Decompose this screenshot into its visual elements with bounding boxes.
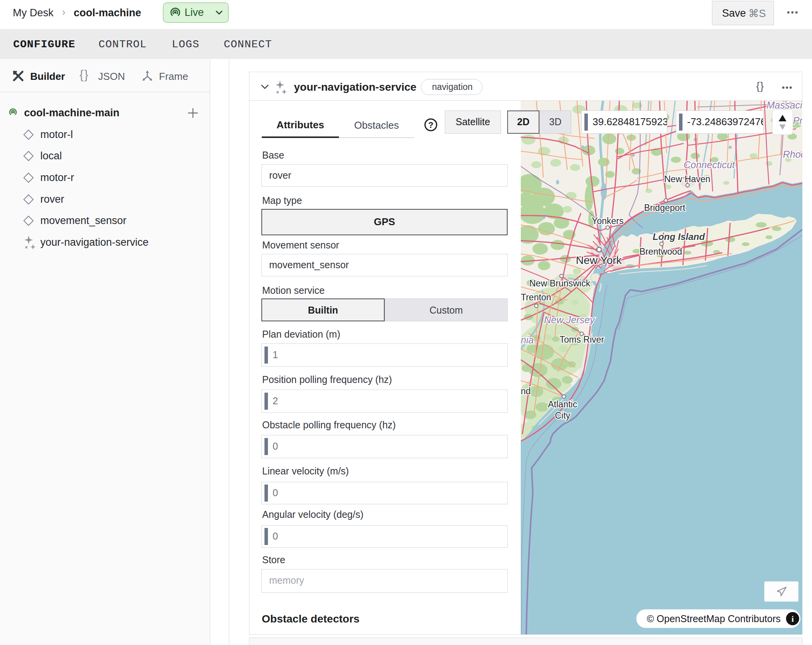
- svg-text:Brentwood: Brentwood: [639, 247, 682, 257]
- svg-text:Connecticut: Connecticut: [684, 159, 735, 170]
- svg-text:Toms River: Toms River: [560, 335, 604, 345]
- svg-text:New Jersey: New Jersey: [544, 314, 595, 325]
- svg-text:New Haven: New Haven: [664, 174, 710, 184]
- svg-text:Pro: Pro: [793, 115, 802, 126]
- svg-text:Long Island: Long Island: [653, 231, 705, 242]
- svg-text:Yonkers: Yonkers: [592, 216, 624, 226]
- svg-text:Rhod: Rhod: [783, 149, 802, 160]
- svg-text:City: City: [555, 410, 570, 421]
- svg-text:nd: nd: [521, 386, 531, 396]
- svg-text:New Brunswick: New Brunswick: [529, 278, 591, 288]
- svg-text:nia: nia: [521, 335, 534, 345]
- svg-text:Trenton: Trenton: [521, 292, 551, 302]
- svg-text:Bridgeport: Bridgeport: [644, 203, 686, 213]
- svg-text:New York: New York: [576, 254, 622, 266]
- svg-text:?: ?: [428, 120, 433, 130]
- svg-text:Atlantic: Atlantic: [548, 399, 577, 409]
